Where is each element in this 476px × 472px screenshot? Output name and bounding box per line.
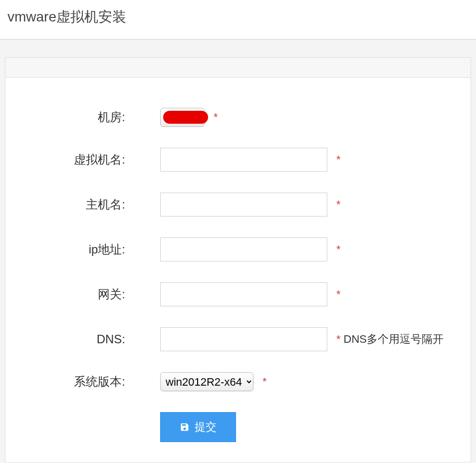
datacenter-select[interactable]: -CDH — [160, 108, 205, 127]
vm-name-input[interactable] — [160, 148, 327, 172]
form-panel: 机房: -CDH * 虚拟机名: * — [5, 57, 471, 463]
row-vm-name: 虚拟机名: * — [25, 148, 451, 172]
required-mark: * — [336, 243, 341, 256]
required-mark: * — [336, 153, 341, 166]
dns-hint: DNS多个用逗号隔开 — [344, 332, 444, 347]
required-mark: * — [336, 333, 341, 346]
label-vm-name: 虚拟机名: — [25, 152, 125, 168]
submit-button[interactable]: 提交 — [160, 412, 236, 442]
os-version-select[interactable]: win2012R2-x64 — [160, 372, 253, 391]
label-gateway: 网关: — [25, 286, 125, 302]
submit-row: 提交 — [25, 412, 451, 442]
row-os-version: 系统版本: win2012R2-x64 * — [25, 372, 451, 391]
dns-input[interactable] — [160, 327, 327, 351]
panel-header — [5, 58, 471, 78]
required-mark: * — [336, 288, 341, 301]
label-ip: ip地址: — [25, 241, 125, 257]
required-mark: * — [336, 198, 341, 211]
required-mark: * — [214, 111, 218, 124]
row-gateway: 网关: * — [25, 282, 451, 306]
label-datacenter: 机房: — [25, 109, 125, 125]
panel-wrapper: 机房: -CDH * 虚拟机名: * — [0, 39, 476, 463]
row-dns: DNS: * DNS多个用逗号隔开 — [25, 327, 451, 351]
required-mark: * — [262, 375, 267, 388]
row-datacenter: 机房: -CDH * — [25, 108, 451, 127]
save-icon — [180, 422, 190, 432]
gateway-input[interactable] — [160, 282, 327, 306]
hostname-input[interactable] — [160, 193, 327, 217]
page-title: vmware虚拟机安装 — [0, 0, 476, 39]
submit-label: 提交 — [195, 420, 217, 435]
label-dns: DNS: — [25, 332, 125, 346]
ip-input[interactable] — [160, 237, 327, 261]
row-hostname: 主机名: * — [25, 193, 451, 217]
label-hostname: 主机名: — [25, 197, 125, 213]
label-os-version: 系统版本: — [25, 374, 125, 390]
row-ip: ip地址: * — [25, 237, 451, 261]
form-area: 机房: -CDH * 虚拟机名: * — [5, 78, 471, 462]
